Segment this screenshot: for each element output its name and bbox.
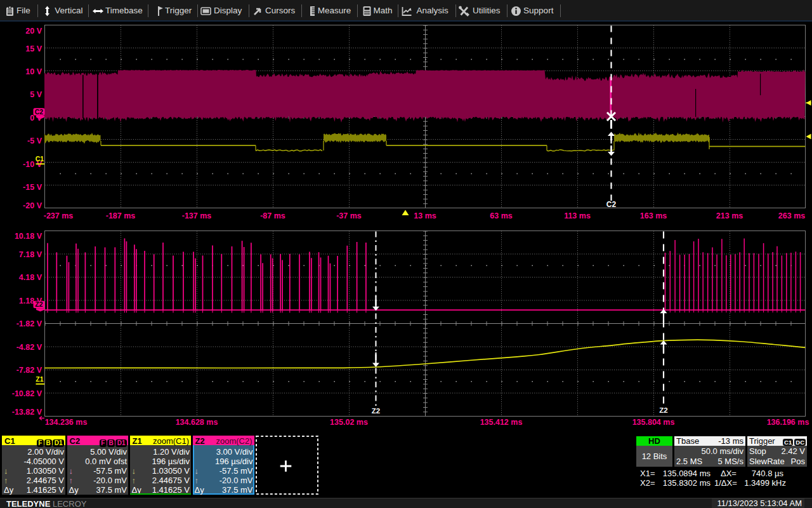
svg-text:Z1: Z1: [36, 375, 43, 383]
svg-text:263 ms: 263 ms: [778, 211, 805, 220]
svg-text:-137 ms: -137 ms: [182, 211, 212, 220]
svg-text:7.18 V: 7.18 V: [19, 250, 43, 259]
svg-text:C1: C1: [36, 155, 44, 163]
svg-text:63 ms: 63 ms: [490, 211, 512, 220]
svg-text:-4.82 V: -4.82 V: [16, 343, 43, 352]
svg-text:C2: C2: [606, 200, 617, 209]
svg-text:-7.82 V: -7.82 V: [16, 366, 43, 375]
svg-text:134.628 ms: 134.628 ms: [176, 418, 218, 427]
svg-text:10 V: 10 V: [25, 67, 42, 76]
svg-text:13 ms: 13 ms: [414, 211, 436, 220]
svg-text:-13.82 V: -13.82 V: [12, 408, 43, 417]
svg-text:-37 ms: -37 ms: [336, 211, 362, 220]
svg-text:10.18 V: 10.18 V: [15, 232, 43, 241]
svg-text:-237 ms: -237 ms: [44, 211, 74, 220]
svg-text:Z2: Z2: [372, 407, 380, 415]
svg-text:135.804 ms: 135.804 ms: [632, 418, 675, 427]
svg-text:135.412 ms: 135.412 ms: [480, 418, 523, 427]
svg-text:Z2: Z2: [659, 406, 667, 414]
svg-text:C2: C2: [35, 108, 44, 116]
svg-text:-20 V: -20 V: [23, 201, 43, 210]
svg-text:-10.82 V: -10.82 V: [12, 389, 43, 398]
svg-text:5 V: 5 V: [30, 90, 42, 99]
svg-text:-187 ms: -187 ms: [106, 211, 136, 220]
svg-text:4.18 V: 4.18 V: [19, 273, 43, 282]
svg-text:-87 ms: -87 ms: [260, 211, 285, 220]
svg-text:Z2: Z2: [35, 300, 43, 308]
svg-text:163 ms: 163 ms: [640, 211, 667, 220]
svg-text:-5 V: -5 V: [27, 137, 43, 145]
svg-text:113 ms: 113 ms: [564, 211, 591, 220]
svg-text:-1.82 V: -1.82 V: [16, 319, 43, 328]
svg-text:213 ms: 213 ms: [716, 211, 743, 220]
svg-text:134.236 ms: 134.236 ms: [45, 418, 88, 427]
svg-text:-15 V: -15 V: [23, 183, 43, 192]
svg-text:136.196 ms: 136.196 ms: [767, 418, 809, 427]
svg-text:15 V: 15 V: [25, 44, 42, 53]
svg-text:135.02 ms: 135.02 ms: [330, 418, 368, 427]
svg-text:20 V: 20 V: [25, 27, 42, 36]
